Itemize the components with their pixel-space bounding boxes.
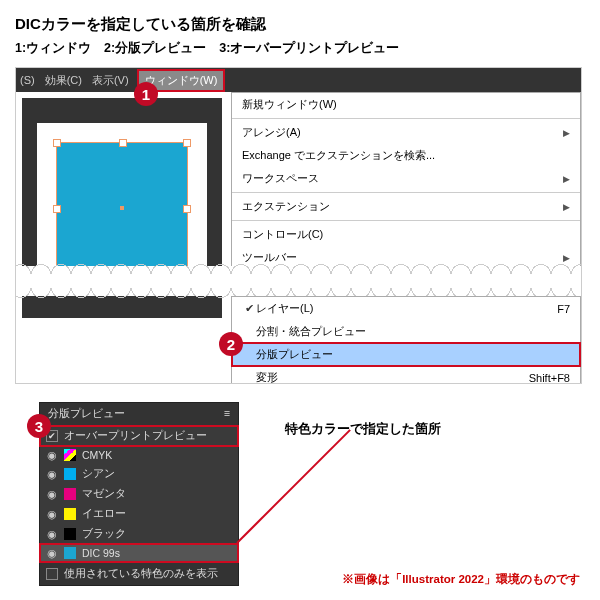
step-badge-1: 1	[134, 82, 158, 106]
eye-icon[interactable]: ◉	[46, 508, 58, 520]
swatch-black	[64, 528, 76, 540]
ink-row-cmyk[interactable]: ◉ CMYK	[40, 446, 238, 464]
checkbox-icon[interactable]	[46, 568, 58, 580]
chevron-right-icon: ▶	[563, 128, 570, 138]
page-heading: DICカラーを指定している箇所を確認	[15, 15, 585, 34]
eye-icon[interactable]: ◉	[46, 488, 58, 500]
swatch-yellow	[64, 508, 76, 520]
step-badge-3: 3	[27, 414, 51, 438]
menu-item-extension[interactable]: エクステンション▶	[232, 195, 580, 218]
callout-label: 特色カラーで指定した箇所	[285, 420, 441, 438]
top-composite: (S) 効果(C) 表示(V) ウィンドウ(W) 新規ウィンドウ(W) アレンジ…	[15, 67, 582, 384]
menu-item-control[interactable]: コントロール(C)	[232, 223, 580, 246]
ink-row-yellow[interactable]: ◉ イエロー	[40, 504, 238, 524]
ink-row-magenta[interactable]: ◉ マゼンタ	[40, 484, 238, 504]
eye-icon[interactable]: ◉	[46, 547, 58, 559]
panel-menu-icon[interactable]: ≡	[224, 407, 230, 421]
swatch-cyan	[64, 468, 76, 480]
step-badge-2: 2	[219, 332, 243, 356]
selected-rectangle[interactable]	[56, 142, 188, 274]
panel-footer-row[interactable]: 使用されている特色のみを表示	[40, 562, 238, 585]
menu-s[interactable]: (S)	[20, 74, 35, 86]
footnote: ※画像は「Illustrator 2022」環境のものです	[342, 572, 580, 587]
swatch-cmyk	[64, 449, 76, 461]
menu-view[interactable]: 表示(V)	[92, 73, 129, 88]
ink-row-black[interactable]: ◉ ブラック	[40, 524, 238, 544]
steps-line: 1:ウィンドウ 2:分版プレビュー 3:オーバープリントプレビュー	[15, 40, 585, 57]
overprint-row[interactable]: ✔ オーバープリントプレビュー	[40, 426, 238, 446]
menu-item-split[interactable]: 分割・統合プレビュー	[232, 320, 580, 343]
menu-effect[interactable]: 効果(C)	[45, 73, 82, 88]
menu-item-transform[interactable]: 変形 Shift+F8	[232, 366, 580, 384]
swatch-magenta	[64, 488, 76, 500]
callout-line	[236, 429, 351, 544]
menu-item-exchange[interactable]: Exchange でエクステンションを検索...	[232, 144, 580, 167]
separations-panel: 分版プレビュー ≡ ✔ オーバープリントプレビュー ◉ CMYK ◉ シアン ◉…	[39, 402, 239, 586]
menu-item-layer[interactable]: ✔レイヤー(L) F7	[232, 297, 580, 320]
ink-row-cyan[interactable]: ◉ シアン	[40, 464, 238, 484]
eye-icon[interactable]: ◉	[46, 528, 58, 540]
ink-row-dic[interactable]: ◉ DIC 99s	[40, 544, 238, 562]
menu-item-sep-preview[interactable]: 分版プレビュー	[232, 343, 580, 366]
menu-item-workspace[interactable]: ワークスペース▶	[232, 167, 580, 190]
eye-icon[interactable]: ◉	[46, 468, 58, 480]
window-dropdown-lower: ✔レイヤー(L) F7 分割・統合プレビュー 分版プレビュー 変形 Shift+…	[231, 296, 581, 384]
checkmark-icon: ✔	[242, 302, 256, 315]
lower-composite: 分版プレビュー ≡ ✔ オーバープリントプレビュー ◉ CMYK ◉ シアン ◉…	[15, 402, 580, 587]
swatch-dic	[64, 547, 76, 559]
chevron-right-icon: ▶	[563, 202, 570, 212]
shortcut-label: F7	[557, 303, 570, 315]
chevron-right-icon: ▶	[563, 174, 570, 184]
wavy-cut-icon	[15, 266, 582, 296]
menubar: (S) 効果(C) 表示(V) ウィンドウ(W)	[16, 68, 581, 92]
menu-item-new-window[interactable]: 新規ウィンドウ(W)	[232, 93, 580, 116]
eye-icon[interactable]: ◉	[46, 449, 58, 461]
panel-title: 分版プレビュー ≡	[40, 403, 238, 426]
shortcut-label: Shift+F8	[529, 372, 570, 384]
menu-item-arrange[interactable]: アレンジ(A)▶	[232, 121, 580, 144]
